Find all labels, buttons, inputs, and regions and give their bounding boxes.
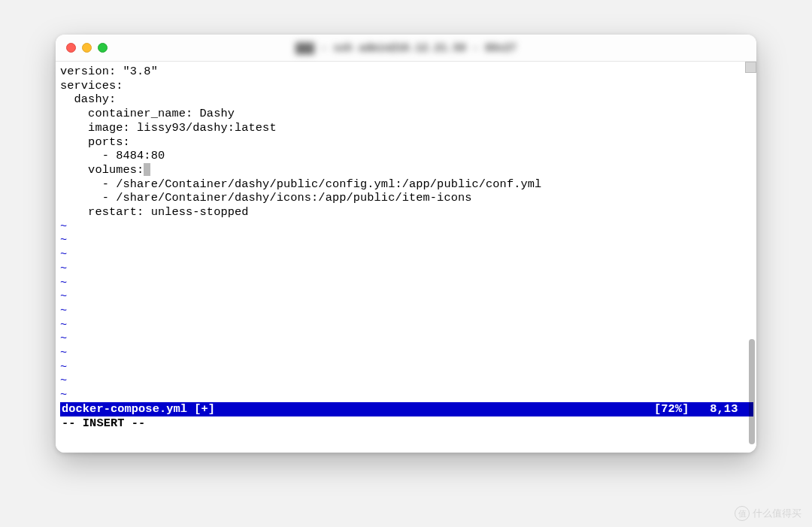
close-button[interactable] [66,43,76,53]
watermark-icon: 值 [735,506,750,521]
empty-line-marker: ~ [60,374,753,388]
traffic-lights [66,43,108,53]
empty-line-marker: ~ [60,276,753,290]
empty-line-marker: ~ [60,304,753,318]
code-line: - /share/Container/dashy/icons:/app/publ… [60,191,753,205]
watermark: 值 什么值得买 [735,506,801,521]
code-line: container_name: Dashy [60,107,753,121]
empty-line-marker: ~ [60,220,753,234]
scrollbar-corner-icon [745,62,756,73]
code-line: restart: unless-stopped [60,205,753,220]
maximize-button[interactable] [98,43,108,53]
code-line: - /share/Container/dashy/public/config.y… [60,177,753,192]
empty-line-marker: ~ [60,318,753,332]
minimize-button[interactable] [82,43,92,53]
empty-line-marker: ~ [60,388,753,402]
code-line: version: "3.8" [60,65,753,79]
scrollbar-thumb[interactable] [749,339,755,444]
code-line: - 8484:80 [60,149,753,163]
terminal-content[interactable]: version: "3.8" services: dashy: containe… [56,62,756,453]
status-percent: [72%] [654,402,689,416]
status-position: 8,13 [710,402,738,416]
code-line: dashy: [60,92,753,107]
terminal-window: ▓▓▓ - ssh admin@10.12.21.50 - 80x27 vers… [56,35,756,453]
code-line: ports: [60,135,753,150]
window-title: ▓▓▓ - ssh admin@10.12.21.50 - 80x27 [295,42,517,54]
status-filename: docker-compose.yml [+] [62,402,654,416]
empty-line-marker: ~ [60,247,753,262]
empty-line-marker: ~ [60,262,753,276]
code-line: image: lissy93/dashy:latest [60,121,753,135]
empty-line-marker: ~ [60,346,753,360]
vim-status-bar: docker-compose.yml [+] [72%] 8,13 [60,402,753,416]
vim-mode-line: -- INSERT -- [60,416,753,432]
empty-line-marker: ~ [60,289,753,304]
window-titlebar: ▓▓▓ - ssh admin@10.12.21.50 - 80x27 [56,35,756,62]
code-line-cursor: volumes: [60,163,753,177]
empty-line-marker: ~ [60,360,753,374]
empty-line-marker: ~ [60,233,753,247]
cursor-icon [144,163,150,176]
watermark-text: 什么值得买 [753,507,801,520]
empty-line-marker: ~ [60,332,753,346]
code-line: services: [60,79,753,93]
